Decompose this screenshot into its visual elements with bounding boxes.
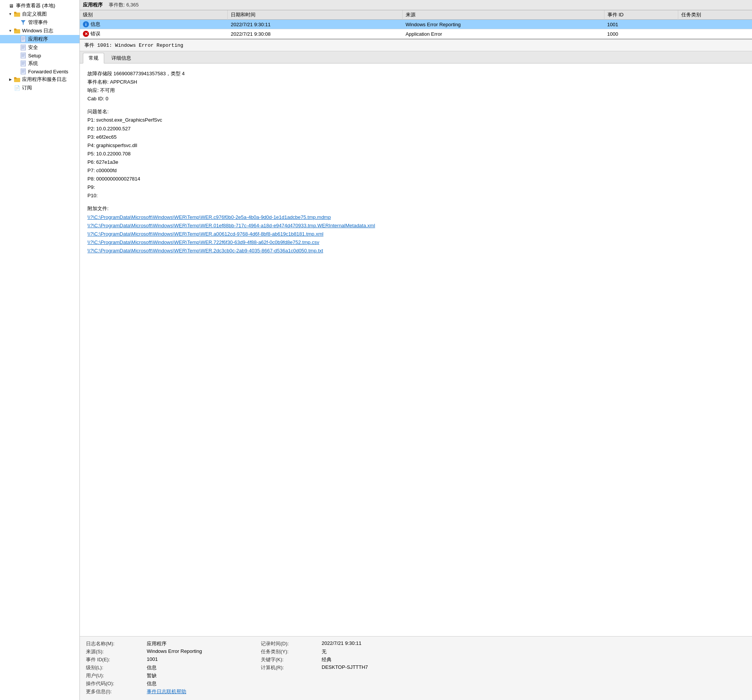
event-table-header: 级别 日期和时间 来源 事件 ID 任务类别 xyxy=(80,10,752,20)
detail-line-1: 事件名称: APPCRASH xyxy=(87,78,744,86)
detail-line-18[interactable]: \\?\C:\ProgramData\Microsoft\Windows\WER… xyxy=(87,213,744,222)
detail-panel: 事件 1001: Windows Error Reporting 常规详细信息 … xyxy=(80,40,752,700)
event-row-1[interactable]: ✕错误2022/7/21 9:30:08Application Error100… xyxy=(80,29,752,39)
level-text-row-0: 信息 xyxy=(90,21,100,28)
col-level[interactable]: 级别 xyxy=(80,10,228,20)
expand-icon-setup xyxy=(14,53,19,58)
detail-line-2: 响应: 不可用 xyxy=(87,86,744,95)
info-value-6: 信息 xyxy=(147,664,261,671)
info-value-5: 经典 xyxy=(322,656,746,663)
col-source[interactable]: 来源 xyxy=(403,10,604,20)
info-row: 用户(U):暂缺 xyxy=(86,672,746,679)
info-row: 日志名称(M):应用程序记录时间(D):2022/7/21 9:30:11 xyxy=(86,640,746,647)
info-row: 更多信息(I):事件日志联机帮助 xyxy=(86,688,746,695)
detail-line-7: P2: 10.0.22000.527 xyxy=(87,125,744,133)
expand-icon-root xyxy=(2,3,7,8)
event-list: 级别 日期和时间 来源 事件 ID 任务类别 i信息2022/7/21 9:30… xyxy=(80,10,752,40)
svg-rect-19 xyxy=(21,60,25,67)
node-icon-application xyxy=(20,36,27,42)
sidebar-item-label-subscriptions: 订阅 xyxy=(22,84,32,91)
svg-rect-11 xyxy=(21,44,25,51)
source-cell-1: Application Error xyxy=(403,29,604,39)
sidebar-item-label-forwarded-events: Forwarded Events xyxy=(28,69,68,74)
sidebar-item-label-security: 安全 xyxy=(28,44,38,51)
info-label-5: 关键字(K): xyxy=(261,656,322,663)
sidebar-item-subscriptions[interactable]: 📄订阅 xyxy=(0,84,79,92)
detail-line-5: 问题签名: xyxy=(87,108,744,116)
info-row: 事件 ID(E):1001关键字(K):经典 xyxy=(86,656,746,663)
sidebar-item-label-system: 系统 xyxy=(28,60,38,67)
event-list-body: i信息2022/7/21 9:30:11Windows Error Report… xyxy=(80,20,752,39)
col-datetime[interactable]: 日期和时间 xyxy=(228,10,403,20)
svg-rect-23 xyxy=(21,68,25,74)
info-row: 来源(S):Windows Error Reporting任务类别(Y):无 xyxy=(86,648,746,655)
main-panel: 应用程序 事件数: 6,365 级别 日期和时间 来源 事件 ID 任务类别 i… xyxy=(80,0,752,700)
info-value-12[interactable]: 事件日志联机帮助 xyxy=(147,688,261,695)
datetime-cell-0: 2022/7/21 9:30:11 xyxy=(228,20,403,29)
info-value-3: 无 xyxy=(322,648,746,655)
detail-line-0: 故障存储段 1669008773941357583，类型 4 xyxy=(87,70,744,78)
header-event-count: 事件数: 6,365 xyxy=(109,2,139,8)
info-label-8: 用户(U): xyxy=(86,672,147,679)
sidebar-item-label-setup: Setup xyxy=(28,53,41,59)
sidebar-item-app-service-logs[interactable]: ▶应用程序和服务日志 xyxy=(0,75,79,84)
col-eventid[interactable]: 事件 ID xyxy=(604,10,678,20)
info-label-6: 级别(L): xyxy=(86,664,147,671)
sidebar-item-label-application: 应用程序 xyxy=(28,36,48,43)
sidebar-item-security[interactable]: 安全 xyxy=(0,43,79,52)
eventid-cell-0: 1001 xyxy=(604,20,678,29)
sidebar-item-application[interactable]: 应用程序 xyxy=(0,35,79,43)
event-row-0[interactable]: i信息2022/7/21 9:30:11Windows Error Report… xyxy=(80,20,752,29)
sidebar-item-setup[interactable]: Setup xyxy=(0,52,79,59)
sidebar-item-root[interactable]: 🖥事件查看器 (本地) xyxy=(0,2,79,10)
detail-line-20[interactable]: \\?\C:\ProgramData\Microsoft\Windows\WER… xyxy=(87,230,744,238)
detail-line-6: P1: svchost.exe_GraphicsPerfSvc xyxy=(87,116,744,124)
sidebar-item-forwarded-events[interactable]: Forwarded Events xyxy=(0,68,79,75)
info-label-4: 事件 ID(E): xyxy=(86,656,147,663)
detail-line-9: P4: graphicsperfsvc.dll xyxy=(87,141,744,150)
sidebar-item-system[interactable]: 系统 xyxy=(0,59,79,68)
svg-rect-7 xyxy=(21,36,25,42)
sidebar-item-label-windows-logs: Windows 日志 xyxy=(22,27,53,34)
detail-tabs: 常规详细信息 xyxy=(80,51,752,63)
eventid-cell-1: 1000 xyxy=(604,29,678,39)
detail-content: 故障存储段 1669008773941357583，类型 4事件名称: APPC… xyxy=(80,63,752,636)
info-value-7: DESKTOP-SJTTTH7 xyxy=(322,664,746,671)
sidebar-item-windows-logs[interactable]: ▼Windows 日志 xyxy=(0,27,79,35)
detail-line-22[interactable]: \\?\C:\ProgramData\Microsoft\Windows\WER… xyxy=(87,247,744,255)
detail-line-21[interactable]: \\?\C:\ProgramData\Microsoft\Windows\WER… xyxy=(87,238,744,247)
info-label-1: 记录时间(D): xyxy=(261,640,322,647)
sidebar-item-label-app-service-logs: 应用程序和服务日志 xyxy=(22,76,67,83)
header-bar: 应用程序 事件数: 6,365 xyxy=(80,0,752,10)
detail-tab-0[interactable]: 常规 xyxy=(83,53,104,63)
info-value-10: 信息 xyxy=(147,680,261,687)
node-icon-windows-logs xyxy=(14,28,21,34)
detail-line-13: P8: 0000000000027814 xyxy=(87,175,744,183)
sidebar-item-label-admin-events: 管理事件 xyxy=(28,19,48,26)
detail-line-12: P7: c00000fd xyxy=(87,166,744,175)
expand-icon-custom-views: ▼ xyxy=(8,11,13,17)
expand-icon-app-service-logs: ▶ xyxy=(8,77,13,82)
detail-title: 事件 1001: Windows Error Reporting xyxy=(80,40,752,51)
node-icon-app-service-logs xyxy=(14,76,21,82)
header-app-name: 应用程序 xyxy=(83,2,103,8)
sidebar-item-custom-views[interactable]: ▼自定义视图 xyxy=(0,10,79,18)
detail-line-19[interactable]: \\?\C:\ProgramData\Microsoft\Windows\WER… xyxy=(87,222,744,230)
info-label-3: 任务类别(Y): xyxy=(261,648,322,655)
node-icon-subscriptions: 📄 xyxy=(14,85,21,91)
sidebar-item-label-root: 事件查看器 (本地) xyxy=(16,2,55,9)
node-icon-custom-views xyxy=(14,11,21,17)
info-label-2: 来源(S): xyxy=(86,648,147,655)
expand-icon-system xyxy=(14,61,19,66)
info-label-10: 操作代码(O): xyxy=(86,680,147,687)
node-icon-admin-events xyxy=(20,19,27,25)
level-text-row-1: 错误 xyxy=(90,30,100,37)
detail-tab-1[interactable]: 详细信息 xyxy=(106,53,137,63)
info-value-2: Windows Error Reporting xyxy=(147,648,261,655)
svg-rect-6 xyxy=(14,29,16,30)
col-task[interactable]: 任务类别 xyxy=(678,10,752,20)
info-value-1: 2022/7/21 9:30:11 xyxy=(322,640,746,647)
detail-line-17: 附加文件: xyxy=(87,204,744,213)
sidebar-item-admin-events[interactable]: 管理事件 xyxy=(0,18,79,27)
sidebar-item-label-custom-views: 自定义视图 xyxy=(22,11,47,17)
